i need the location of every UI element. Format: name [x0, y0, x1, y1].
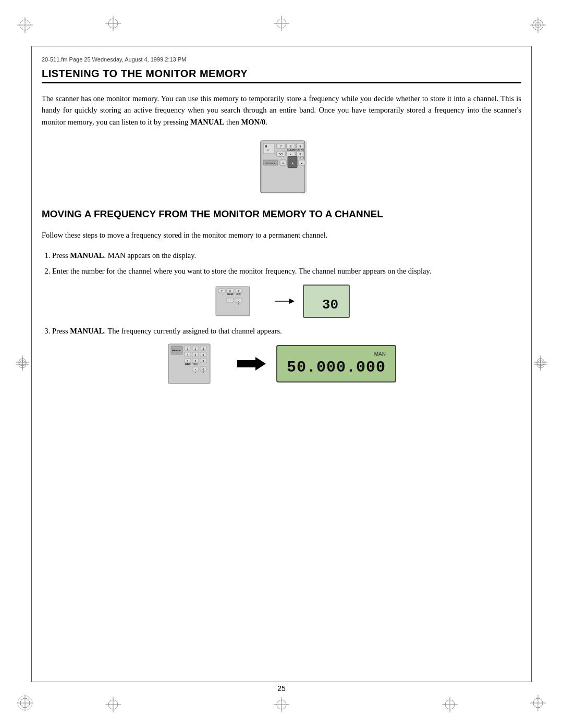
reg-mark-bottom-mid-right — [441, 696, 459, 713]
svg-text:7: 7 — [187, 360, 189, 363]
svg-text:7: 7 — [221, 290, 223, 293]
svg-text:MON: MON — [295, 149, 299, 151]
section1-title: LISTENING TO THE MONITOR MEMORY — [42, 68, 521, 83]
keypad-svg-2: 7 8 9 CLEAR MON • 0 • 0 — [213, 286, 265, 317]
channel-number: 30 — [322, 297, 338, 313]
display-frequency: 50.000.000 — [287, 359, 386, 376]
step-1: Press MANUAL. MAN appears on the display… — [52, 250, 521, 261]
keypad-illustration-1: M IT 7 8 9 CLEAR MON WX 5/5 5/5 • — [42, 138, 521, 195]
svg-text:CLEAR: CLEAR — [227, 293, 234, 295]
svg-text:•: • — [195, 372, 195, 374]
svg-text:8: 8 — [195, 360, 197, 363]
svg-text:E: E — [303, 156, 305, 159]
reg-mark-top-center — [273, 15, 290, 32]
svg-text:0: 0 — [238, 299, 239, 302]
svg-text:0: 0 — [238, 303, 239, 305]
step2-arrow — [274, 295, 295, 307]
step2-display: 30 — [303, 285, 350, 318]
svg-text:▲: ▲ — [291, 162, 293, 165]
svg-text:•: • — [195, 368, 196, 371]
svg-text:MANUAL: MANUAL — [172, 349, 181, 352]
svg-text:CLEAR: CLEAR — [185, 363, 191, 365]
svg-text:5: 5 — [195, 353, 197, 356]
svg-text:CLEAR: CLEAR — [287, 149, 295, 151]
reg-mark-mid-left — [15, 354, 30, 370]
reg-mark-bottom-mid-left — [104, 696, 122, 713]
page-border-left — [31, 46, 32, 682]
svg-text:•: • — [230, 299, 231, 302]
svg-text:0: 0 — [203, 368, 204, 371]
svg-text:0: 0 — [203, 372, 204, 374]
svg-text:7: 7 — [280, 145, 282, 149]
svg-text:▼: ▼ — [282, 162, 285, 165]
section2-title: MOVING A FREQUENCY FROM THE MONITOR MEMO… — [42, 208, 521, 221]
svg-text:6: 6 — [203, 353, 204, 356]
svg-text:MON: MON — [236, 293, 241, 295]
svg-text:9: 9 — [238, 290, 239, 293]
svg-text:IT: IT — [267, 149, 270, 152]
page-border-top — [31, 46, 532, 46]
svg-text:WX: WX — [301, 149, 304, 151]
step3-display: MAN 50.000.000 — [276, 345, 396, 382]
keypad-svg-1: M IT 7 8 9 CLEAR MON WX 5/5 5/5 • — [229, 138, 334, 195]
svg-marker-69 — [289, 299, 295, 304]
header-info: 20-511.fm Page 25 Wednesday, August 4, 1… — [42, 56, 186, 63]
svg-marker-99 — [237, 357, 266, 371]
page-number: 25 — [277, 684, 286, 693]
svg-text:▲: ▲ — [301, 162, 303, 165]
display-man-label: MAN — [287, 351, 386, 357]
svg-text:0: 0 — [300, 153, 301, 156]
step2-illustration: 7 8 9 CLEAR MON • 0 • 0 30 — [42, 285, 521, 318]
svg-text:M: M — [265, 145, 267, 149]
svg-text:9: 9 — [300, 145, 301, 149]
section1-body: The scanner has one monitor memory. You … — [42, 93, 521, 128]
reg-mark-bottom-left — [15, 693, 35, 713]
svg-text:5/5: 5/5 — [279, 153, 283, 156]
reg-mark-top-left — [15, 15, 35, 35]
page-border-right — [531, 46, 532, 682]
step3-illustration: MANUAL 1 2 3 4 5 6 7 8 9 CLEAR MON — [42, 343, 521, 385]
step-3: Press MANUAL. The frequency currently as… — [52, 325, 521, 337]
step3-arrow — [237, 356, 266, 372]
reg-mark-bottom-center — [273, 696, 290, 713]
svg-text:2: 2 — [195, 347, 197, 350]
reg-mark-mid-right — [533, 354, 548, 370]
steps-list: Press MANUAL. MAN appears on the display… — [52, 250, 521, 277]
page-border-bottom — [31, 682, 532, 682]
reg-mark-top-right — [528, 15, 548, 35]
svg-text:8: 8 — [229, 290, 231, 293]
svg-text:4: 4 — [187, 353, 189, 356]
main-content: LISTENING TO THE MONITOR MEMORY The scan… — [42, 68, 521, 676]
svg-text:3: 3 — [203, 347, 204, 350]
svg-text:8: 8 — [290, 145, 292, 149]
section2-intro: Follow these steps to move a frequency s… — [42, 229, 521, 241]
svg-text:9: 9 — [203, 360, 204, 363]
svg-text:•: • — [290, 153, 291, 156]
step-2: Enter the number for the channel where y… — [52, 265, 521, 277]
svg-text:1: 1 — [187, 347, 189, 350]
svg-text:KEYLOCK: KEYLOCK — [266, 162, 276, 165]
step3-list: Press MANUAL. The frequency currently as… — [52, 325, 521, 337]
keypad-svg-3: MANUAL 1 2 3 4 5 6 7 8 9 CLEAR MON — [167, 343, 227, 385]
svg-text:MON: MON — [193, 363, 198, 365]
reg-mark-top-mid-left — [104, 15, 122, 32]
reg-mark-bottom-right — [528, 693, 548, 713]
